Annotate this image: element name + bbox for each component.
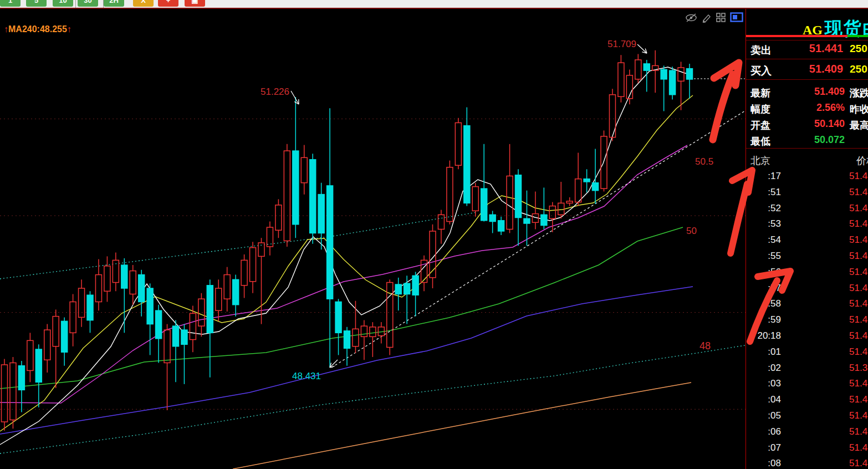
ma-blueviolet [0, 287, 693, 434]
candle-body [489, 215, 496, 221]
tick-price: 51.4 [849, 458, 867, 469]
divider [746, 40, 868, 40]
open-value: 50.140 [746, 118, 845, 130]
candle-body [618, 63, 624, 96]
period-button-1[interactable]: 1 [0, 0, 21, 7]
candle-body [464, 126, 470, 203]
price-annotation: 48.431 [292, 371, 321, 381]
candle-body [62, 321, 68, 352]
candle-body [70, 302, 76, 333]
tick-price: 51.4 [849, 330, 867, 341]
price-annotation: 50.5 [695, 156, 713, 167]
tick-time: :52 [746, 203, 781, 214]
candle-body [207, 286, 213, 333]
tick-price: 51.4 [849, 234, 867, 246]
tick-price: 51.3 [849, 363, 867, 374]
candle-body [164, 330, 170, 363]
tick-price: 51.4 [849, 426, 867, 437]
period-button-5[interactable]: 5 [26, 0, 47, 7]
period-button-10[interactable]: 10 [53, 0, 73, 7]
period-button-+[interactable]: + [158, 0, 178, 7]
up-arrow-icon: ↑ [4, 24, 8, 34]
tick-price: 51.4 [849, 378, 867, 389]
tick-row: :0651.4 [746, 425, 868, 441]
tick-row: :5451.4 [746, 233, 868, 249]
tick-time: :07 [746, 442, 781, 453]
latest-row: 最新 51.409 涨跌 [746, 85, 868, 100]
candle-body [35, 349, 42, 382]
chart-canvas[interactable]: 51.22651.70948.43150.55048 ↑MA240:48.255… [0, 0, 746, 469]
tick-row: :0551.4 [746, 409, 868, 425]
low-row: 最低 50.072 [746, 134, 868, 149]
high-label: 最高 [850, 119, 868, 132]
tick-time: :08 [746, 458, 781, 469]
candle-body [156, 310, 162, 339]
tick-time: :06 [746, 426, 781, 437]
candle-body [18, 366, 24, 390]
candle-body [27, 340, 33, 370]
tick-row: :5751.4 [746, 282, 868, 297]
candle-body [353, 329, 359, 346]
tick-price: 51.4 [849, 218, 867, 230]
ma240-indicator-label: ↑MA240:48.255↑ [4, 24, 72, 34]
candle-body [687, 69, 693, 79]
candle-body [258, 243, 264, 256]
open-row: 开盘 50.140 最高 [746, 118, 868, 132]
period-button-▣[interactable]: ▣ [185, 0, 205, 7]
buy-price: 51.409 [746, 63, 843, 75]
candle-body [233, 279, 239, 304]
pencil-icon[interactable] [701, 13, 712, 25]
tick-time: :01 [746, 346, 781, 358]
tick-time: :56 [746, 267, 781, 278]
candle-body [224, 275, 230, 299]
ma-yellow [0, 95, 693, 431]
candle-body [87, 295, 93, 320]
candle-body [524, 218, 530, 223]
candle-body [635, 60, 641, 79]
tick-price: 51.4 [849, 187, 867, 198]
candle-body [395, 284, 401, 294]
tick-row: :5551.4 [746, 249, 868, 265]
tick-row: :0351.4 [746, 377, 868, 392]
period-button-30[interactable]: 30 [78, 0, 98, 7]
hide-drawings-icon[interactable] [685, 13, 697, 25]
period-button-X[interactable]: X [133, 0, 154, 7]
panel-toggle-icon[interactable] [730, 12, 744, 25]
candle-body [472, 187, 478, 211]
candle-body [335, 302, 341, 333]
tick-time: :53 [746, 218, 781, 230]
candle-body [541, 215, 547, 225]
candle-body [44, 330, 50, 360]
candlestick-chart[interactable]: 51.22651.70948.43150.55048 [0, 0, 746, 469]
candle-body [10, 363, 16, 420]
tick-time: :05 [746, 410, 781, 421]
tick-price: 51.4 [849, 346, 867, 358]
buy-volume: 250 [850, 63, 867, 75]
candle-body [438, 215, 444, 229]
tick-price: 51.4 [849, 203, 867, 214]
tick-price: 51.4 [849, 394, 867, 405]
period-button-2H[interactable]: 2H [104, 0, 124, 7]
tick-time: :58 [746, 298, 781, 309]
tick-row: :5851.4 [746, 297, 868, 313]
candle-body [318, 195, 324, 233]
tick-time: :55 [746, 251, 781, 262]
tick-time: 20:18 [746, 330, 781, 341]
tick-price: 51.4 [849, 314, 867, 325]
candle-body [549, 206, 555, 219]
tick-row: :5651.4 [746, 266, 868, 281]
grid-layout-icon[interactable] [716, 13, 726, 25]
candle-body [361, 326, 367, 337]
candle-body [79, 288, 85, 317]
ma240-orange [233, 383, 691, 469]
sell-quote-row[interactable]: 卖出 51.441 250 [746, 42, 868, 59]
buy-quote-row[interactable]: 买入 51.409 250 [746, 63, 868, 79]
quote-panel: AG 现货白银 卖出 51.441 250 买入 51.409 250 最新 5… [746, 9, 868, 469]
price-annotation: 51.226 [261, 86, 289, 97]
tick-row: :0851.4 [746, 457, 868, 469]
tick-row: :1751.4 [746, 170, 868, 185]
candle-body [593, 183, 599, 191]
tick-row: :5151.4 [746, 186, 868, 201]
candle-body [53, 317, 59, 346]
candle-body [558, 203, 564, 215]
